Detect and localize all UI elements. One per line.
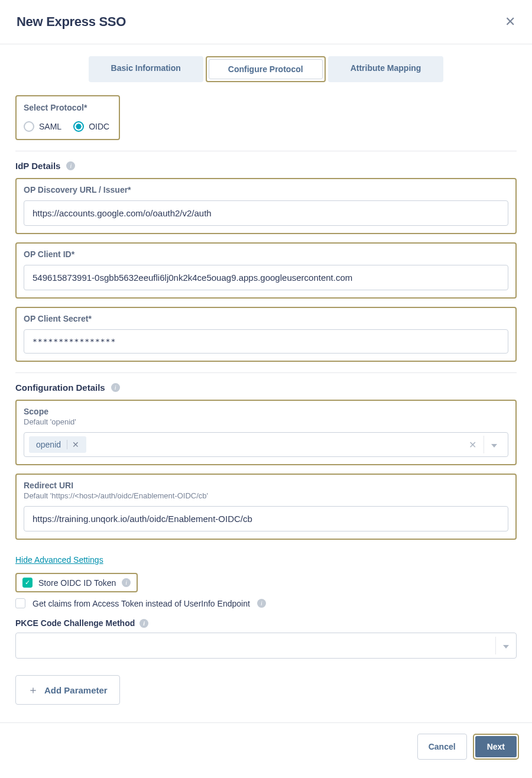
next-button[interactable]: Next <box>475 736 517 757</box>
tab-configure-protocol[interactable]: Configure Protocol <box>206 56 326 82</box>
clear-icon[interactable]: ✕ <box>462 439 484 450</box>
info-icon[interactable]: i <box>111 383 120 392</box>
redirect-uri-input[interactable] <box>24 506 508 531</box>
radio-icon <box>24 121 34 132</box>
hide-advanced-settings-link[interactable]: Hide Advanced Settings <box>15 555 103 565</box>
store-oidc-token-checkbox[interactable]: ✓ <box>22 578 33 588</box>
scope-label: Scope <box>24 407 508 416</box>
scope-tag: openid ✕ <box>29 436 86 453</box>
scope-group: Scope Default 'openid' openid ✕ ✕ <box>15 400 517 465</box>
scope-input[interactable]: openid ✕ ✕ <box>24 432 508 457</box>
tab-basic-information[interactable]: Basic Information <box>89 56 203 82</box>
close-icon[interactable]: ✕ <box>505 14 515 30</box>
cancel-button[interactable]: Cancel <box>417 734 467 760</box>
pkce-group: PKCE Code Challenge Method i <box>15 618 517 659</box>
chevron-down-icon <box>503 645 509 649</box>
op-client-secret-input[interactable] <box>24 329 508 354</box>
idp-details-heading: IdP Details i <box>15 161 517 171</box>
select-protocol-label: Select Protocol* <box>24 103 87 112</box>
info-icon[interactable]: i <box>140 619 148 628</box>
select-protocol-group: Select Protocol* SAML OIDC <box>15 95 120 140</box>
claims-access-token-checkbox[interactable] <box>15 598 25 608</box>
info-icon[interactable]: i <box>66 161 75 170</box>
radio-oidc[interactable]: OIDC <box>73 121 109 132</box>
divider <box>15 372 517 373</box>
redirect-uri-group: Redirect URI Default 'https://<host>/aut… <box>15 474 517 540</box>
claims-access-token-row: Get claims from Access Token instead of … <box>15 598 517 608</box>
store-oidc-token-row: ✓ Store OIDC ID Token i <box>15 573 138 592</box>
op-discovery-label: OP Discovery URL / Issuer* <box>24 185 508 194</box>
pkce-select[interactable] <box>15 633 517 659</box>
modal-header: New Express SSO ✕ <box>0 0 532 44</box>
op-client-secret-group: OP Client Secret* <box>15 307 517 362</box>
divider <box>15 151 517 151</box>
info-icon[interactable]: i <box>257 599 266 608</box>
remove-tag-icon[interactable]: ✕ <box>67 440 84 449</box>
op-client-id-label: OP Client ID* <box>24 249 508 259</box>
dropdown-toggle[interactable] <box>484 436 504 453</box>
radio-icon <box>73 121 84 132</box>
op-discovery-input[interactable] <box>24 200 508 226</box>
op-discovery-group: OP Discovery URL / Issuer* <box>15 178 517 234</box>
claims-access-token-label: Get claims from Access Token instead of … <box>33 599 250 608</box>
pkce-label: PKCE Code Challenge Method i <box>15 618 148 628</box>
redirect-uri-label: Redirect URI <box>24 481 508 490</box>
op-client-id-group: OP Client ID* <box>15 242 517 299</box>
add-parameter-button[interactable]: ＋ Add Parameter <box>15 675 120 705</box>
config-details-heading: Configuration Details i <box>15 382 517 393</box>
plus-icon: ＋ <box>28 683 38 697</box>
modal-footer: Cancel Next <box>0 722 532 770</box>
modal-content: Basic Information Configure Protocol Att… <box>0 44 532 722</box>
op-client-id-input[interactable] <box>24 265 508 290</box>
redirect-uri-subtext: Default 'https://<host>/auth/oidc/Enable… <box>24 491 508 500</box>
wizard-tabs: Basic Information Configure Protocol Att… <box>15 56 517 82</box>
radio-saml[interactable]: SAML <box>24 121 61 132</box>
modal-title: New Express SSO <box>17 14 126 30</box>
chevron-down-icon <box>491 444 497 448</box>
scope-subtext: Default 'openid' <box>24 417 508 426</box>
dropdown-toggle[interactable] <box>495 637 516 654</box>
store-oidc-token-label: Store OIDC ID Token <box>38 578 116 588</box>
tab-attribute-mapping[interactable]: Attribute Mapping <box>328 56 444 82</box>
info-icon[interactable]: i <box>122 578 131 587</box>
op-client-secret-label: OP Client Secret* <box>24 314 508 323</box>
next-button-highlight: Next <box>473 734 519 760</box>
